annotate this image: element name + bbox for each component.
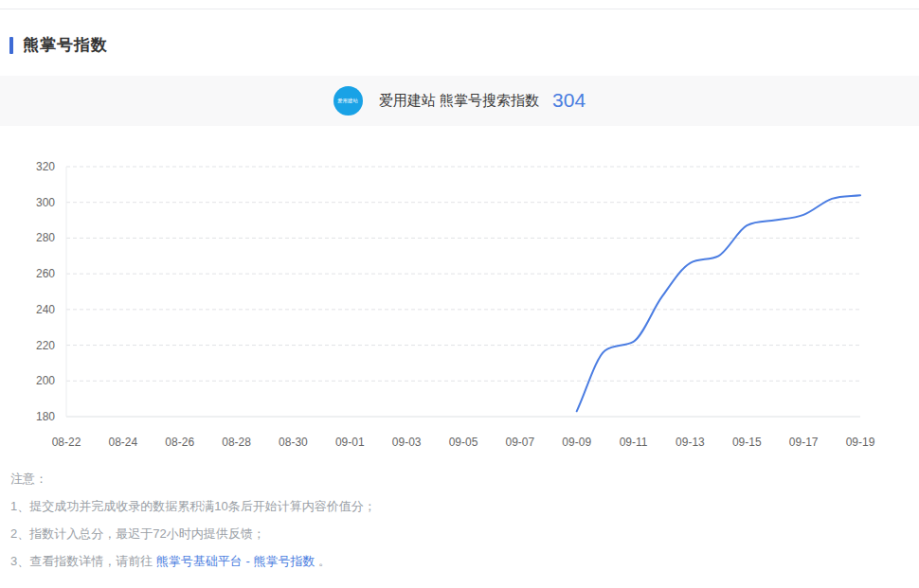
- note-3-suffix: 。: [315, 554, 331, 568]
- svg-text:09-15: 09-15: [732, 436, 762, 449]
- svg-text:08-24: 08-24: [109, 436, 138, 449]
- note-3-separator: -: [243, 554, 254, 568]
- note-item-3: 3、查看指数详情，请前往 熊掌号基础平台 - 熊掌号指数 。: [10, 552, 376, 570]
- site-avatar: 爱用建站: [333, 86, 363, 116]
- svg-text:09-05: 09-05: [449, 436, 478, 449]
- note-3-prefix: 3、查看指数详情，请前往: [10, 554, 156, 568]
- avatar-logo-text: 爱用建站: [338, 98, 359, 103]
- svg-text:08-28: 08-28: [222, 436, 251, 449]
- link-xiongzhang-platform[interactable]: 熊掌号基础平台: [156, 554, 243, 568]
- svg-text:240: 240: [36, 303, 55, 316]
- link-xiongzhang-index[interactable]: 熊掌号指数: [253, 554, 315, 568]
- svg-text:220: 220: [36, 339, 55, 352]
- notes-heading: 注意：: [10, 470, 376, 488]
- svg-text:09-11: 09-11: [620, 436, 648, 449]
- svg-text:180: 180: [36, 410, 55, 423]
- title-accent-bar: [9, 37, 13, 54]
- svg-text:260: 260: [36, 267, 55, 280]
- top-divider: [0, 9, 919, 9]
- banner-label: 爱用建站 熊掌号搜索指数: [379, 92, 539, 110]
- svg-text:09-13: 09-13: [676, 436, 705, 449]
- note-item-2: 2、指数计入总分，最迟于72小时内提供反馈；: [10, 525, 376, 543]
- svg-text:09-07: 09-07: [506, 436, 535, 449]
- x-axis-labels: 08-2208-2408-2608-2808-3009-0109-0309-05…: [52, 436, 875, 449]
- svg-text:200: 200: [36, 374, 55, 387]
- y-axis-labels: 180200220240260280300320: [36, 160, 55, 423]
- svg-text:08-22: 08-22: [52, 436, 81, 449]
- notes-section: 注意： 1、提交成功并完成收录的数据累积满10条后开始计算内容价值分； 2、指数…: [10, 470, 376, 579]
- svg-text:280: 280: [36, 231, 55, 244]
- svg-text:320: 320: [36, 160, 55, 173]
- svg-text:300: 300: [36, 196, 55, 209]
- svg-text:09-03: 09-03: [392, 436, 422, 449]
- index-value: 304: [552, 89, 586, 112]
- svg-text:09-17: 09-17: [789, 436, 819, 449]
- note-item-1: 1、提交成功并完成收录的数据累积满10条后开始计算内容价值分；: [10, 497, 376, 515]
- svg-text:08-30: 08-30: [279, 436, 308, 449]
- index-line-chart: 18020022024026028030032008-2208-2408-260…: [0, 151, 919, 464]
- svg-text:09-09: 09-09: [562, 436, 591, 449]
- index-summary-banner: 爱用建站 爱用建站 熊掌号搜索指数 304: [0, 76, 919, 126]
- svg-text:09-01: 09-01: [335, 436, 365, 449]
- page-header: 熊掌号指数: [9, 34, 108, 56]
- gridlines: [66, 167, 860, 417]
- svg-text:08-26: 08-26: [165, 436, 194, 449]
- svg-text:09-19: 09-19: [846, 436, 875, 449]
- index-series-line: [577, 195, 860, 411]
- page-title: 熊掌号指数: [23, 34, 108, 56]
